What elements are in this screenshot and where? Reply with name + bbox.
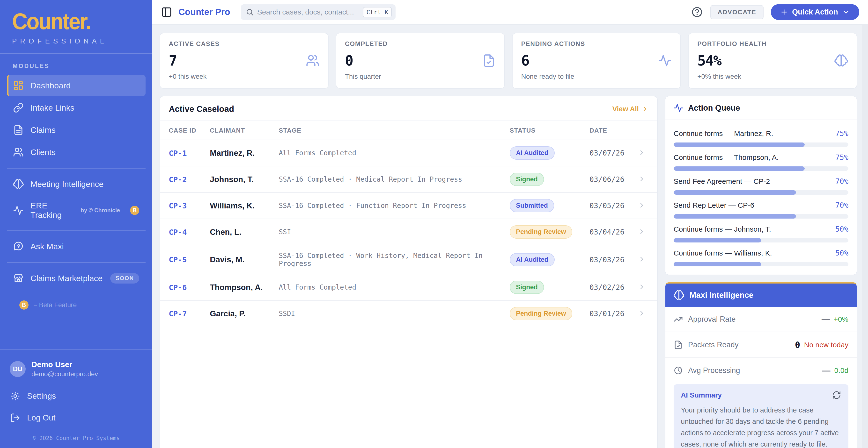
settings-label: Settings	[27, 391, 56, 401]
sidebar-bottom: DU Demo User demo@counterpro.dev Setting…	[0, 349, 152, 448]
search-input[interactable]	[257, 8, 360, 16]
col-date: DATE	[589, 127, 638, 134]
refresh-icon	[832, 390, 841, 400]
case-id: CP-2	[169, 175, 210, 184]
sidebar-item[interactable]: Dashboard	[7, 75, 146, 96]
row-chevron[interactable]	[638, 283, 648, 292]
case-id: CP-3	[169, 201, 210, 210]
sidebar-item[interactable]: ERE Tracking by © Chronicle B	[7, 196, 146, 225]
status-badge: Pending Review	[510, 307, 572, 320]
ai-summary-text: Your priority should be to address the c…	[681, 405, 841, 448]
sidebar-item[interactable]: Claims	[7, 119, 146, 141]
case-stage: SSI	[279, 228, 510, 236]
action-queue-title: Action Queue	[688, 103, 740, 112]
logout-icon	[10, 413, 20, 423]
case-claimant: Davis, M.	[210, 255, 279, 264]
brain-icon	[13, 179, 24, 189]
pulse-icon	[13, 205, 24, 216]
stat-value: 6	[521, 53, 529, 69]
maxi-metric-row: Approval Rate — +0%	[665, 307, 857, 332]
user-profile[interactable]: DU Demo User demo@counterpro.dev	[0, 357, 152, 385]
chevron-right-icon	[638, 283, 646, 291]
beta-legend-text: = Beta Feature	[33, 301, 76, 309]
table-row[interactable]: CP-7 Garcia, P. SSDI Pending Review 03/0…	[160, 300, 657, 326]
row-chevron[interactable]	[638, 309, 648, 318]
queue-item[interactable]: Continue forms — Williams, K. 50%	[674, 242, 848, 266]
row-chevron[interactable]	[638, 201, 648, 210]
sidebar-item-label: Claims	[30, 125, 56, 135]
avatar: DU	[10, 361, 26, 377]
chat-question-icon	[13, 241, 24, 252]
help-button[interactable]	[691, 6, 703, 18]
copyright: © 2026 Counter Pro Systems	[0, 429, 152, 448]
nav-group-secondary: Meeting Intelligence ERE Tracking by © C…	[7, 168, 146, 231]
brain-icon	[834, 54, 848, 67]
quick-action-button[interactable]: Quick Action	[771, 4, 859, 20]
metric-value: +0%	[834, 315, 848, 323]
queue-item[interactable]: Send Fee Agreement — CP-2 70%	[674, 171, 848, 195]
chevron-right-icon	[638, 309, 646, 317]
caseload-title: Active Caseload	[169, 104, 234, 114]
col-case-id: CASE ID	[169, 127, 210, 134]
maxi-intelligence-card: Maxi Intelligence Approval Rate — +0%	[665, 282, 857, 448]
sidebar-item-icon	[13, 80, 24, 91]
sidebar-toggle-button[interactable]	[161, 6, 172, 18]
sidebar-item[interactable]: Meeting Intelligence	[7, 173, 146, 195]
sidebar-item[interactable]: Claims Marketplace SOON	[7, 268, 146, 289]
table-row[interactable]: CP-4 Chen, L. SSI Pending Review 03/04/2…	[160, 218, 657, 245]
sidebar-item[interactable]: Clients	[7, 141, 146, 163]
sidebar: Counter. PROFESSIONAL MODULES Dashboard	[0, 0, 152, 448]
stats-grid: ACTIVE CASES 7 +0 this week COMPLETED 0	[160, 33, 857, 89]
scrollbar[interactable]	[862, 25, 868, 448]
chevron-right-icon	[641, 105, 648, 112]
stat-card: COMPLETED 0 This quarter	[336, 33, 505, 89]
sidebar-nav: MODULES Dashboard	[0, 54, 152, 310]
row-chevron[interactable]	[638, 175, 648, 184]
sidebar-item[interactable]: Ask Maxi	[7, 236, 146, 257]
nav-section-label: MODULES	[12, 63, 140, 70]
brand-logo: Counter.	[12, 8, 91, 35]
global-search[interactable]: Ctrl K	[241, 4, 396, 20]
case-claimant: Johnson, T.	[210, 175, 279, 184]
metric-value: No new today	[804, 341, 848, 349]
status-badge: Signed	[510, 173, 544, 186]
file-check-icon	[674, 340, 683, 349]
settings-button[interactable]: Settings	[0, 385, 152, 407]
table-row[interactable]: CP-1 Martinez, R. All Forms Completed AI…	[160, 140, 657, 166]
ai-summary-title: AI Summary	[681, 391, 722, 399]
view-all-link[interactable]: View All	[612, 105, 648, 113]
case-claimant: Garcia, P.	[210, 309, 279, 318]
queue-item[interactable]: Send Rep Letter — CP-6 70%	[674, 195, 848, 218]
sidebar-item[interactable]: Intake Links	[7, 97, 146, 118]
col-status: STATUS	[510, 127, 589, 134]
progress-bar	[674, 166, 848, 171]
sidebar-item-label: Meeting Intelligence	[30, 179, 103, 189]
table-row[interactable]: CP-6 Thompson, A. All Forms Completed Si…	[160, 274, 657, 300]
users-icon	[306, 54, 319, 67]
progress-fill	[674, 190, 796, 195]
row-chevron[interactable]	[638, 228, 648, 236]
store-icon	[13, 273, 24, 283]
metric-label: Avg Processing	[688, 366, 740, 375]
chevron-right-icon	[638, 255, 646, 263]
queue-item[interactable]: Continue forms — Johnson, T. 50%	[674, 218, 848, 242]
queue-item[interactable]: Continue forms — Martinez, R. 75%	[674, 123, 848, 147]
stat-card: PORTFOLIO HEALTH 54% +0% this week	[688, 33, 857, 89]
logout-button[interactable]: Log Out	[0, 407, 152, 429]
refresh-button[interactable]	[832, 390, 841, 400]
status-badge: AI Audited	[510, 146, 555, 160]
table-row[interactable]: CP-2 Johnson, T. SSA-16 Completed · Medi…	[160, 166, 657, 192]
metric-prefix: 0	[795, 340, 800, 350]
metric-value: 0.0d	[834, 366, 848, 375]
row-chevron[interactable]	[638, 149, 648, 158]
stat-subtext: +0% this week	[697, 73, 848, 80]
logout-label: Log Out	[27, 413, 55, 422]
queue-item[interactable]: Continue forms — Thompson, A. 75%	[674, 147, 848, 171]
case-stage: All Forms Completed	[279, 149, 510, 157]
table-row[interactable]: CP-3 Williams, K. SSA-16 Completed · Fun…	[160, 192, 657, 218]
progress-bar	[674, 190, 848, 195]
table-row[interactable]: CP-5 Davis, M. SSA-16 Completed · Work H…	[160, 245, 657, 274]
queue-item-label: Continue forms — Thompson, A.	[674, 153, 779, 162]
queue-item-percent: 50%	[835, 249, 848, 257]
row-chevron[interactable]	[638, 255, 648, 264]
